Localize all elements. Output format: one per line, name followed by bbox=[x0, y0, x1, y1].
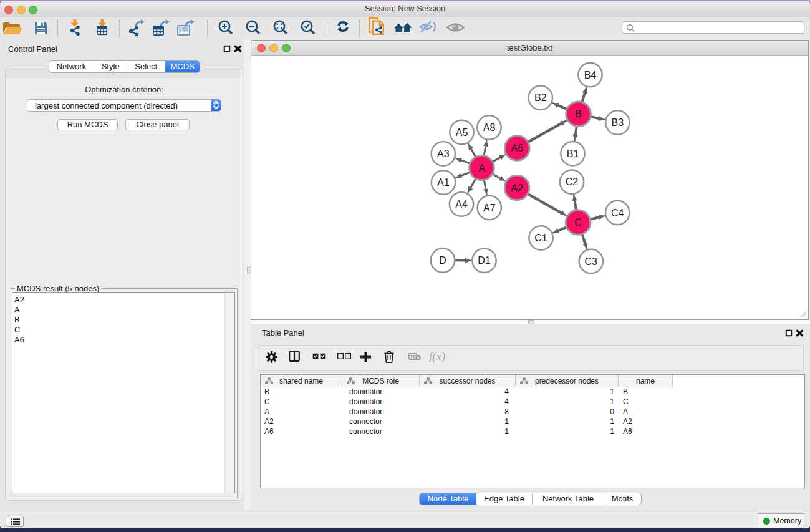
svg-text:A1: A1 bbox=[437, 177, 450, 188]
svg-text:A3: A3 bbox=[437, 148, 450, 159]
svg-text:A: A bbox=[478, 163, 485, 173]
svg-text:B: B bbox=[575, 109, 582, 119]
svg-text:A7: A7 bbox=[483, 203, 496, 213]
svg-text:C4: C4 bbox=[611, 208, 624, 218]
svg-text:C3: C3 bbox=[585, 256, 598, 267]
svg-text:C1: C1 bbox=[534, 233, 547, 243]
svg-text:C: C bbox=[574, 217, 582, 228]
svg-text:B3: B3 bbox=[612, 117, 624, 128]
svg-text:D1: D1 bbox=[478, 255, 491, 266]
svg-text:D: D bbox=[439, 255, 446, 266]
svg-text:f(x): f(x) bbox=[429, 351, 445, 362]
svg-text:B4: B4 bbox=[584, 70, 597, 80]
svg-text:C2: C2 bbox=[566, 177, 579, 187]
svg-text:A5: A5 bbox=[456, 127, 468, 138]
svg-text:A4: A4 bbox=[455, 199, 468, 210]
svg-text:B2: B2 bbox=[534, 92, 547, 103]
svg-text:B1: B1 bbox=[567, 148, 579, 159]
svg-text:A2: A2 bbox=[511, 183, 523, 193]
svg-text:A8: A8 bbox=[483, 122, 496, 133]
svg-text:A6: A6 bbox=[511, 143, 524, 153]
